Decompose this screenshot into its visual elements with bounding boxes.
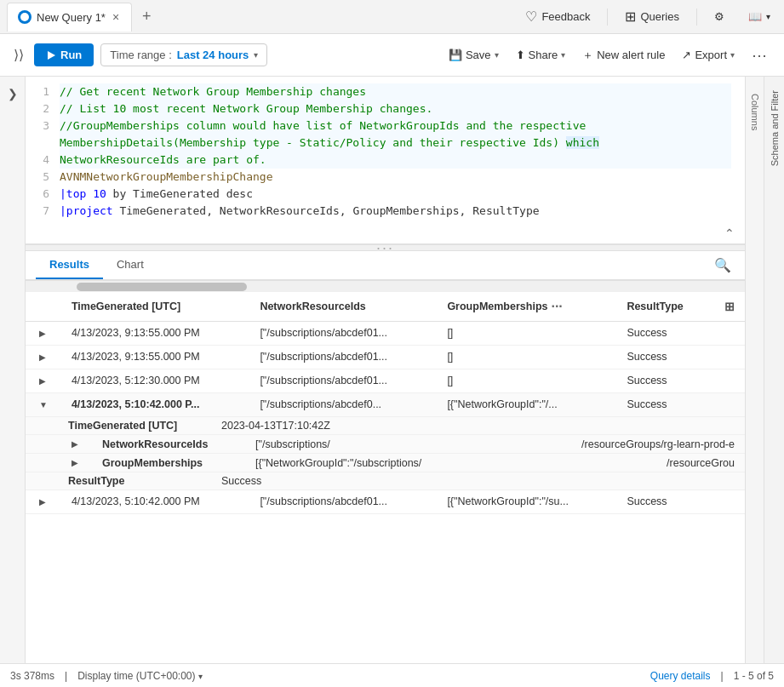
share-label: Share	[529, 49, 558, 61]
code-line-5: |top 10 by TimeGenerated desc	[60, 186, 731, 203]
feedback-label: Feedback	[541, 10, 590, 23]
code-line-1: // Get recent Network Group Membership c…	[60, 83, 731, 100]
svg-point-0	[20, 13, 29, 21]
cell-empty	[714, 369, 745, 393]
scrollbar-thumb[interactable]	[77, 283, 247, 291]
main-area: ❯ 1 2 3 4 5 6 7 // Get recent Network Gr…	[0, 77, 784, 663]
th-network[interactable]: NetworkResourceIds	[249, 292, 437, 322]
cell-network: ["/subscriptions/abcdef01...	[249, 322, 437, 346]
save-button[interactable]: 💾 Save ▾	[442, 44, 506, 66]
detail-expand-network[interactable]: ▶	[68, 438, 82, 450]
detail-value-time: 2023-04-13T17:10:42Z	[221, 420, 330, 432]
row-expand-button[interactable]: ▶	[36, 327, 49, 340]
schema-filter-panel[interactable]: Schema and Filter	[764, 77, 784, 663]
row-expand-button[interactable]: ▶	[36, 375, 49, 387]
detail-value-group-extra: /resourceGrou	[667, 457, 735, 469]
cell-empty	[714, 346, 745, 369]
plus-alert-icon: ＋	[582, 48, 593, 63]
editor-collapse-arrow[interactable]: ⌃	[724, 226, 735, 240]
sidebar-collapse-button[interactable]: ⟩⟩	[10, 43, 27, 66]
new-alert-label: New alert rule	[597, 49, 665, 61]
expand-cell: ▼	[26, 393, 61, 417]
cell-time: 4/13/2023, 5:10:42.000 P...	[61, 393, 249, 417]
columns-manage-icon[interactable]: ⊞	[724, 300, 735, 313]
cell-network: ["/subscriptions/abcdef01...	[249, 490, 437, 514]
table-row: ▶ 4/13/2023, 5:10:42.000 PM ["/subscript…	[26, 490, 745, 514]
detail-row-group: ▶ GroupMemberships [{"NetworkGroupId":"/…	[26, 454, 745, 472]
tab-results[interactable]: Results	[36, 251, 103, 279]
results-search-button[interactable]: 🔍	[711, 254, 735, 277]
resize-handle[interactable]: ···	[26, 244, 745, 251]
cell-group: [{"NetworkGroupId":"/su...	[437, 490, 616, 514]
chevron-time-status-icon: ▾	[198, 672, 203, 681]
time-range-label: Time range :	[110, 49, 172, 61]
cell-network: ["/subscriptions/abcdef01...	[249, 346, 437, 369]
results-panel: Results Chart 🔍 TimeGenerated [UTC]	[26, 251, 745, 663]
cell-result: Success	[616, 346, 714, 369]
gear-icon: ⚙	[714, 10, 724, 23]
row-expand-button[interactable]: ▶	[36, 495, 49, 508]
cell-group: [{"NetworkGroupId":"/...	[437, 393, 616, 417]
tab-chart[interactable]: Chart	[103, 251, 157, 279]
new-tab-button[interactable]: +	[135, 4, 158, 29]
cell-empty	[714, 322, 745, 346]
book-button[interactable]: 📖 ▾	[741, 7, 777, 26]
table-row: ▶ 4/13/2023, 5:12:30.000 PM ["/subscript…	[26, 369, 745, 393]
detail-label-group: GroupMemberships	[102, 457, 238, 469]
code-editor[interactable]: 1 2 3 4 5 6 7 // Get recent Network Grou…	[26, 77, 745, 244]
status-separator-2: |	[721, 670, 724, 682]
export-icon: ↗	[682, 49, 691, 61]
active-tab[interactable]: New Query 1* ×	[7, 3, 132, 31]
time-range-button[interactable]: Time range : Last 24 hours ▾	[100, 43, 267, 66]
queries-button[interactable]: ⊞ Queries	[618, 5, 686, 28]
chevron-time-icon: ▾	[254, 50, 258, 60]
more-options-button[interactable]: ⋯	[745, 43, 774, 68]
detail-value-network-extra: /resourceGroups/rg-learn-prod-e	[581, 438, 735, 450]
th-time[interactable]: TimeGenerated [UTC]	[61, 292, 249, 322]
heart-icon: ♡	[525, 9, 537, 25]
share-button[interactable]: ⬆ Share ▾	[509, 44, 573, 66]
expand-cell: ▶	[26, 322, 61, 346]
detail-label-network: NetworkResourceIds	[102, 438, 238, 450]
row-expand-button[interactable]: ▶	[36, 351, 49, 364]
row-collapse-button[interactable]: ▼	[36, 398, 51, 411]
chevron-export-icon: ▾	[730, 50, 735, 60]
feedback-button[interactable]: ♡ Feedback	[518, 5, 597, 28]
columns-sidebar[interactable]: Columns	[745, 77, 764, 663]
cell-group: []	[437, 322, 616, 346]
export-button[interactable]: ↗ Export ▾	[675, 44, 741, 66]
detail-expand-group[interactable]: ▶	[68, 456, 82, 469]
chevron-book-icon: ▾	[766, 12, 770, 21]
cell-empty	[714, 490, 745, 514]
columns-sidebar-label: Columns	[750, 94, 760, 130]
th-columns[interactable]: ⊞	[714, 292, 745, 322]
column-options-icon[interactable]: ···	[551, 299, 562, 314]
left-collapse-panel[interactable]: ❯	[0, 77, 26, 663]
th-result-label: ResultType	[627, 301, 683, 312]
settings-button[interactable]: ⚙	[707, 7, 731, 26]
tab-close-button[interactable]: ×	[111, 10, 121, 24]
tab-bar-actions: ♡ Feedback ⊞ Queries ⚙ 📖 ▾	[518, 5, 777, 28]
code-line-3: //GroupMemberships column would have lis…	[60, 117, 731, 169]
code-line-4: AVNMNetworkGroupMembershipChange	[60, 169, 731, 186]
cell-time: 4/13/2023, 9:13:55.000 PM	[61, 322, 249, 346]
line-numbers: 1 2 3 4 5 6 7	[26, 83, 60, 237]
results-tabs: Results Chart 🔍	[26, 251, 745, 280]
detail-row-time: TimeGenerated [UTC] 2023-04-13T17:10:42Z	[26, 417, 745, 435]
new-alert-button[interactable]: ＋ New alert rule	[575, 43, 672, 67]
detail-value-network: ["/subscriptions/	[255, 438, 330, 450]
cell-group: []	[437, 369, 616, 393]
run-button[interactable]: Run	[34, 43, 94, 66]
th-group[interactable]: GroupMemberships ···	[437, 292, 616, 322]
book-icon: 📖	[748, 10, 762, 23]
save-label: Save	[466, 49, 491, 61]
cell-result: Success	[616, 490, 714, 514]
table-row: ▶ 4/13/2023, 9:13:55.000 PM ["/subscript…	[26, 346, 745, 369]
status-separator-1: |	[65, 670, 67, 682]
detail-label-result: ResultType	[68, 475, 204, 487]
query-details-button[interactable]: Query details	[650, 670, 711, 682]
horizontal-scrollbar[interactable]	[26, 280, 745, 292]
expand-cell: ▶	[26, 346, 61, 369]
th-result[interactable]: ResultType	[616, 292, 714, 322]
tab-bar: New Query 1* × + ♡ Feedback ⊞ Queries ⚙ …	[0, 0, 784, 34]
